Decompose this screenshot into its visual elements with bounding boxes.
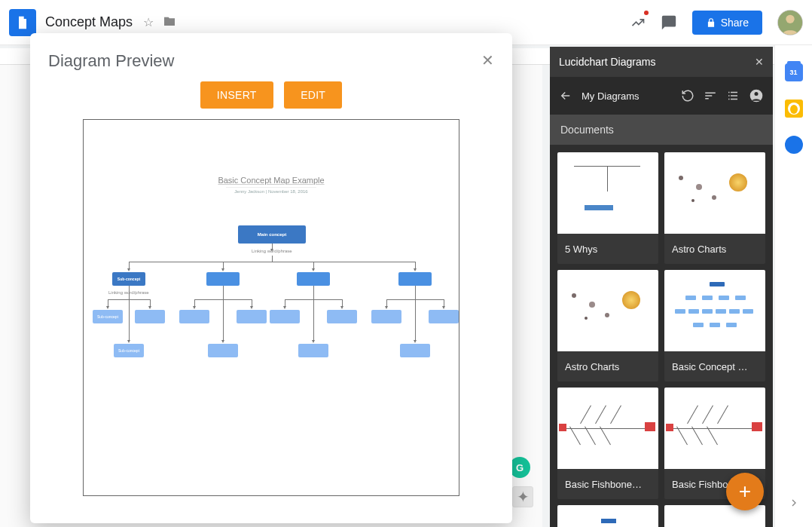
node-sub-concept: Sub-concept [114,344,144,357]
node [400,344,430,357]
node [206,272,240,286]
node-sub-concept: Sub-concept [112,272,145,286]
preview-subtitle: Jenny Jackson | November 18, 2016 [226,189,316,196]
node [208,344,238,357]
node [398,272,432,286]
node [298,344,328,357]
edit-button[interactable]: EDIT [284,81,342,109]
node-sub-concept: Sub-concept [93,310,123,323]
close-icon[interactable]: ✕ [481,51,494,69]
node [237,310,267,323]
node [327,310,357,323]
node [179,310,209,323]
insert-button[interactable]: INSERT [200,81,273,109]
node-main-concept: Main concept [238,225,306,244]
diagram-preview-canvas: Basic Concept Map Example Jenny Jackson … [83,119,459,496]
linking-phrase: Linking word/phrase [252,249,292,253]
node [135,310,165,323]
node [429,310,459,323]
node [371,310,401,323]
diagram-preview-modal: Diagram Preview ✕ INSERT EDIT Basic Conc… [30,33,512,523]
node [270,310,300,323]
preview-title: Basic Concept Map Example [84,176,459,185]
modal-title: Diagram Preview [48,51,494,71]
node [297,272,330,286]
